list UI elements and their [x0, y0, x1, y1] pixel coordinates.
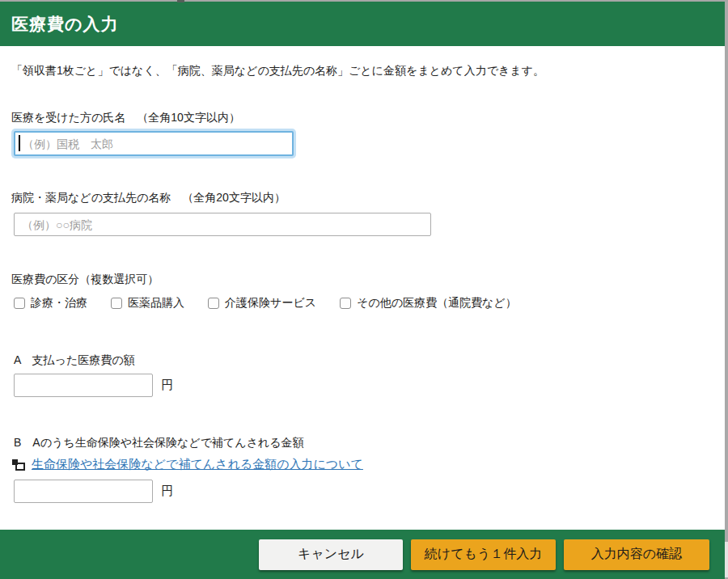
category-option-treatment: 診療・治療: [14, 296, 87, 311]
confirm-button[interactable]: 入力内容の確認: [564, 539, 709, 570]
medical-expense-dialog: { "header": { "title": "医療費の入力" }, "intr…: [0, 0, 728, 579]
window-top-border: [0, 0, 728, 2]
category-option-label: 介護保険サービス: [225, 296, 316, 311]
checkbox-other[interactable]: [340, 298, 351, 309]
amount-b-row: 円: [14, 480, 173, 503]
payee-name-label: 病院・薬局などの支払先の名称 （全角20文字以内）: [11, 191, 286, 205]
amount-b-unit: 円: [161, 484, 173, 499]
amount-a-input[interactable]: [14, 374, 153, 397]
category-option-label: その他の医療費（通院費など）: [357, 296, 517, 311]
scrollbar-track[interactable]: [725, 2, 728, 579]
text-caret: [19, 135, 20, 151]
dialog-header: 医療費の入力: [0, 2, 725, 46]
category-option-label: 医薬品購入: [128, 296, 184, 311]
new-window-icon: [12, 459, 25, 471]
category-label: 医療費の区分（複数選択可）: [11, 273, 159, 287]
intro-text: 「領収書1枚ごと」ではなく、「病院、薬局などの支払先の名称」ごとに金額をまとめて…: [11, 64, 544, 78]
category-option-other: その他の医療費（通院費など）: [340, 296, 517, 311]
scrollbar-thumb[interactable]: [725, 542, 728, 577]
amount-a-label: A 支払った医療費の額: [14, 353, 135, 368]
footer-bar: キャンセル 続けてもう１件入力 入力内容の確認: [0, 530, 728, 579]
category-options: 診療・治療 医薬品購入 介護保険サービス その他の医療費（通院費など）: [14, 296, 517, 311]
checkbox-treatment[interactable]: [14, 298, 25, 309]
continue-input-button[interactable]: 続けてもう１件入力: [411, 539, 556, 570]
patient-name-input-wrap: [14, 131, 294, 156]
category-option-medicine: 医薬品購入: [111, 296, 184, 311]
payee-name-input[interactable]: [14, 213, 431, 236]
supplement-info-link-row: 生命保険や社会保険などで補てんされる金額の入力について: [12, 457, 363, 472]
amount-b-label: B Aのうち生命保険や社会保険などで補てんされる金額: [14, 436, 304, 450]
page-title: 医療費の入力: [11, 13, 119, 36]
patient-name-input[interactable]: [14, 131, 294, 156]
category-option-label: 診療・治療: [31, 296, 87, 311]
checkbox-nursing-care[interactable]: [208, 298, 219, 309]
amount-a-row: 円: [14, 374, 173, 397]
patient-name-label: 医療を受けた方の氏名 （全角10文字以内）: [11, 111, 240, 125]
category-option-nursing-care: 介護保険サービス: [208, 296, 316, 311]
cancel-button[interactable]: キャンセル: [259, 539, 403, 570]
amount-a-unit: 円: [161, 378, 173, 393]
amount-b-input[interactable]: [14, 480, 153, 503]
checkbox-medicine[interactable]: [111, 298, 122, 309]
supplement-info-link[interactable]: 生命保険や社会保険などで補てんされる金額の入力について: [32, 457, 363, 472]
window-top-tick: [177, 0, 184, 2]
